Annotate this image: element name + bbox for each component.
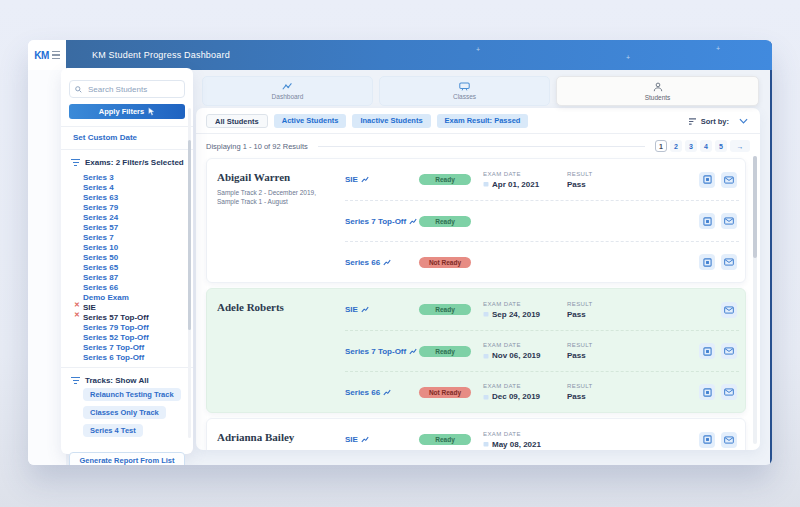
exam-link[interactable]: Series 66 (345, 388, 419, 397)
chevron-down-icon[interactable] (739, 118, 748, 124)
calendar-icon (483, 181, 489, 187)
exam-row: Series 66 Not Ready EXAM DATE Dec 09, 20… (345, 371, 739, 412)
exam-filter-item[interactable]: Series 3 (83, 170, 193, 180)
sort-by-control[interactable]: Sort by: (688, 117, 729, 126)
exam-row: Series 7 Top-Off Ready (345, 200, 739, 241)
email-button[interactable] (721, 343, 737, 359)
email-button[interactable] (721, 432, 737, 448)
divider (61, 149, 193, 150)
exam-filter-item[interactable]: Series 63 (83, 190, 193, 200)
search-input[interactable] (86, 84, 179, 95)
exam-link[interactable]: Series 7 Top-Off (345, 217, 419, 226)
chip-all-students[interactable]: All Students (206, 114, 268, 128)
exam-row: Series 7 Top-Off Ready EXAM DATE Nov 06,… (345, 330, 739, 371)
email-button[interactable] (721, 384, 737, 400)
report-button[interactable] (699, 384, 715, 400)
track-filter-button[interactable]: Classes Only Track (83, 406, 166, 419)
track-filter-button[interactable]: Series 4 Test (83, 424, 143, 437)
exam-link[interactable]: SIE (345, 175, 419, 184)
exam-filter-item[interactable]: Demo Exam (83, 290, 193, 300)
exam-rows: SIE Ready EXAM DATE Apr 01, 2021 (345, 159, 739, 282)
exam-filter-item[interactable]: Series 7 (83, 230, 193, 240)
chip-exam-result-passed[interactable]: Exam Result: Passed (437, 114, 529, 128)
next-page-button[interactable]: → (730, 140, 750, 152)
generate-report-button[interactable]: Generate Report From List (69, 452, 185, 465)
page-button-5[interactable]: 5 (715, 140, 727, 152)
exam-filter-item[interactable]: Series 65 (83, 260, 193, 270)
exam-date-block: EXAM DATE Nov 06, 2019 (483, 342, 567, 360)
set-custom-date-link[interactable]: Set Custom Date (73, 133, 193, 142)
exam-filter-item[interactable]: Series 57 (83, 220, 193, 230)
trend-up-icon (361, 436, 369, 443)
status-badge: Ready (419, 346, 471, 357)
exam-filter-item[interactable]: Series 7 Top-Off (83, 340, 193, 350)
exam-filter-item-selected[interactable]: ✕ SIE (83, 300, 193, 310)
email-button[interactable] (721, 172, 737, 188)
exam-row: SIE Ready EXAM DATE May 08, 2021 (345, 419, 739, 450)
report-button[interactable] (699, 172, 715, 188)
report-button[interactable] (699, 432, 715, 448)
row-actions (699, 343, 739, 359)
exam-filter-item[interactable]: Series 10 (83, 240, 193, 250)
report-button[interactable] (699, 213, 715, 229)
student-search[interactable] (69, 80, 185, 98)
divider (318, 146, 645, 147)
apply-filters-button[interactable]: Apply Filters (69, 104, 185, 119)
exam-date-block: EXAM DATE May 08, 2021 (483, 431, 567, 449)
main-tabs: Dashboard Classes Students (202, 76, 759, 106)
exam-filter-item[interactable]: Series 4 (83, 180, 193, 190)
row-actions (699, 172, 739, 188)
track-filter-button[interactable]: Relaunch Testing Track (83, 388, 181, 401)
filter-icon (71, 377, 80, 384)
exam-link[interactable]: Series 66 (345, 258, 419, 267)
exam-date-block: EXAM DATE Sep 24, 2019 (483, 301, 567, 319)
row-actions (699, 384, 739, 400)
exam-filter-item[interactable]: Series 6 Top-Off (83, 350, 193, 360)
remove-filter-icon[interactable]: ✕ (74, 300, 80, 310)
email-button[interactable] (721, 254, 737, 270)
exam-date-block: EXAM DATE Dec 09, 2019 (483, 383, 567, 401)
report-icon (703, 217, 712, 226)
report-button[interactable] (699, 343, 715, 359)
exam-link[interactable]: Series 7 Top-Off (345, 347, 419, 356)
exam-link[interactable]: SIE (345, 435, 419, 444)
trend-up-icon (383, 259, 391, 266)
report-button[interactable] (699, 254, 715, 270)
email-button[interactable] (721, 213, 737, 229)
tab-students[interactable]: Students (556, 76, 759, 106)
exam-filter-item[interactable]: Series 52 Top-Off (83, 330, 193, 340)
tab-dashboard[interactable]: Dashboard (202, 76, 373, 106)
exam-rows: SIE Ready EXAM DATE Sep 24, 2019 (345, 289, 739, 412)
exam-filter-item[interactable]: Series 87 (83, 270, 193, 280)
status-badge: Ready (419, 174, 471, 185)
exam-link[interactable]: SIE (345, 305, 419, 314)
exam-filter-item[interactable]: Series 66 (83, 280, 193, 290)
chip-active-students[interactable]: Active Students (274, 114, 347, 128)
remove-filter-icon[interactable]: ✕ (74, 310, 80, 320)
sidebar-scrollbar-thumb[interactable] (188, 140, 191, 330)
page-button-3[interactable]: 3 (685, 140, 697, 152)
sparkle-decoration: + (716, 45, 720, 52)
header-title: KM Student Progress Dashboard (92, 50, 230, 60)
person-icon (653, 82, 663, 92)
filter-icon (71, 159, 80, 166)
hamburger-menu-icon[interactable] (52, 51, 60, 59)
student-name: Adrianna Bailey (217, 431, 345, 443)
exam-filter-item[interactable]: Series 50 (83, 250, 193, 260)
report-icon (703, 435, 712, 444)
row-actions (699, 254, 739, 270)
page-button-2[interactable]: 2 (670, 140, 682, 152)
exam-filter-item-selected[interactable]: ✕ Series 57 Top-Off (83, 310, 193, 320)
calendar-icon (483, 441, 489, 447)
list-scrollbar-thumb[interactable] (753, 156, 757, 258)
page-button-1[interactable]: 1 (655, 140, 667, 152)
chip-inactive-students[interactable]: Inactive Students (352, 114, 430, 128)
exam-filter-item[interactable]: Series 79 (83, 200, 193, 210)
line-chart-icon (282, 82, 293, 91)
status-badge: Ready (419, 216, 471, 227)
student-list: Abigail Warren Sample Track 2 - December… (196, 156, 760, 450)
exam-filter-item[interactable]: Series 24 (83, 210, 193, 220)
email-button[interactable] (721, 302, 737, 318)
tab-classes[interactable]: Classes (379, 76, 550, 106)
page-button-4[interactable]: 4 (700, 140, 712, 152)
